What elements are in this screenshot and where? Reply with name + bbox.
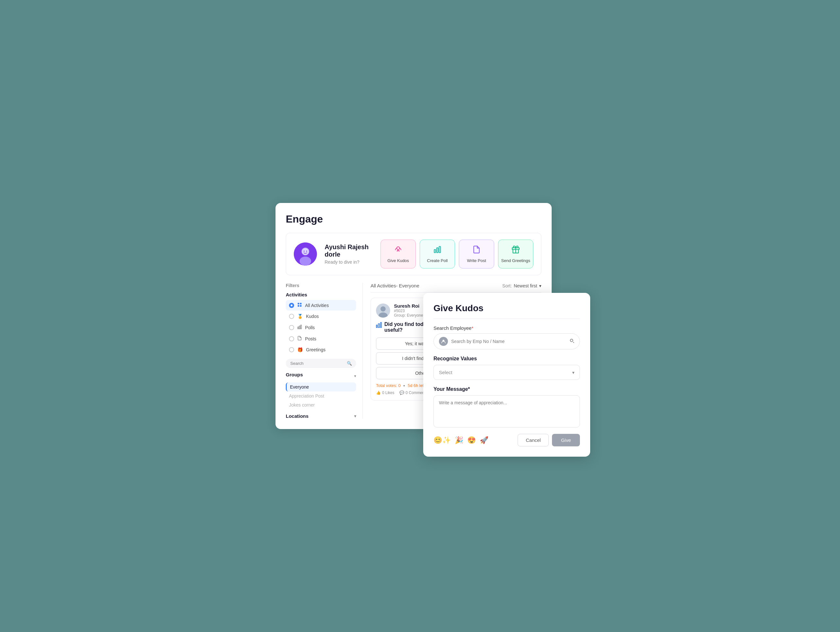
cancel-button[interactable]: Cancel bbox=[518, 434, 549, 446]
avatar bbox=[294, 242, 317, 265]
modal-title: Give Kudos bbox=[434, 303, 580, 319]
modal-footer: 😊✨ 🎉 😍 🚀 Cancel Give bbox=[434, 434, 580, 446]
group-everyone-label: Everyone bbox=[290, 384, 309, 390]
radio-posts bbox=[289, 336, 294, 341]
greetings-label: Greetings bbox=[306, 347, 325, 352]
create-poll-button[interactable]: Create Poll bbox=[420, 240, 455, 269]
message-label: Your Message* bbox=[434, 386, 580, 392]
emoji-party-button[interactable]: 🎉 bbox=[455, 436, 463, 444]
give-button[interactable]: Give bbox=[552, 434, 580, 446]
person-icon bbox=[439, 337, 448, 346]
sidebar-item-kudos[interactable]: 🏅 Kudos bbox=[286, 311, 356, 321]
svg-rect-13 bbox=[300, 305, 302, 307]
kudos-btn-label: Give Kudos bbox=[387, 258, 409, 263]
emoji-heart-button[interactable]: 😍 bbox=[467, 436, 476, 444]
user-name: Ayushi Rajesh dorle bbox=[325, 243, 373, 258]
write-post-button[interactable]: Write Post bbox=[459, 240, 494, 269]
page-title: Engage bbox=[286, 213, 542, 225]
filters-title: Filters bbox=[286, 283, 356, 288]
like-icon: 👍 bbox=[376, 390, 381, 395]
author-id: #5023 bbox=[394, 309, 423, 313]
locations-chevron-icon: ▾ bbox=[354, 414, 356, 419]
poll-btn-label: Create Poll bbox=[427, 258, 448, 263]
group-jokes[interactable]: Jokes corner bbox=[286, 400, 356, 409]
svg-rect-8 bbox=[437, 248, 438, 253]
likes-button[interactable]: 👍 0 Likes bbox=[376, 390, 394, 395]
search-employee-label: Search Employee* bbox=[434, 325, 580, 331]
user-info: Ayushi Rajesh dorle Ready to dive in? bbox=[325, 243, 373, 265]
group-appreciation[interactable]: Appreciation Post bbox=[286, 392, 356, 400]
time-left: 5d 6h left bbox=[408, 383, 425, 388]
sort-control[interactable]: Sort: Newest first ▾ bbox=[502, 283, 542, 288]
activity-search-box[interactable]: 🔍 bbox=[286, 359, 356, 368]
total-votes: Total votes: 0 bbox=[376, 383, 401, 388]
user-banner: Ayushi Rajesh dorle Ready to dive in? Gi… bbox=[286, 233, 542, 275]
sidebar-item-greetings[interactable]: 🎁 Greetings bbox=[286, 344, 356, 355]
activity-search-input[interactable] bbox=[290, 361, 344, 366]
svg-rect-16 bbox=[300, 325, 302, 329]
sidebar-item-polls[interactable]: Polls bbox=[286, 322, 356, 333]
avatar-image bbox=[294, 242, 317, 265]
employee-search-input[interactable] bbox=[451, 339, 566, 344]
emoji-smile-button[interactable]: 😊✨ bbox=[434, 436, 451, 444]
radio-greetings bbox=[289, 347, 294, 352]
author-info: Suresh Roi #5023 Group: Everyone bbox=[394, 303, 423, 318]
polls-activity-icon bbox=[297, 325, 302, 330]
kudos-modal: Give Kudos Search Employee* Recognize Va… bbox=[423, 293, 590, 457]
poll-question-icon bbox=[376, 322, 382, 329]
locations-title: Locations bbox=[286, 413, 309, 419]
recognize-values-dropdown[interactable]: Select ▾ bbox=[434, 365, 580, 380]
svg-point-5 bbox=[306, 251, 307, 252]
groups-section-header[interactable]: Groups ▾ bbox=[286, 372, 356, 380]
groups-title: Groups bbox=[286, 372, 303, 377]
employee-search-box[interactable] bbox=[434, 333, 580, 349]
likes-count: 0 Likes bbox=[382, 390, 394, 395]
dot-separator: ● bbox=[403, 384, 405, 387]
svg-rect-15 bbox=[299, 326, 300, 329]
sidebar-item-posts[interactable]: Posts bbox=[286, 333, 356, 344]
main-container: Engage Ayushi Ra bbox=[275, 203, 565, 429]
greetings-icon bbox=[512, 245, 520, 256]
select-placeholder: Select bbox=[439, 370, 452, 375]
recognize-values-label: Recognize Values bbox=[434, 356, 580, 362]
all-activities-label: All Activities bbox=[305, 303, 329, 308]
groups-chevron-icon: ▾ bbox=[354, 374, 356, 378]
required-star: * bbox=[471, 325, 473, 331]
sort-chevron-icon: ▾ bbox=[539, 283, 542, 288]
emoji-rocket-button[interactable]: 🚀 bbox=[480, 436, 488, 444]
post-btn-label: Write Post bbox=[467, 258, 486, 263]
svg-rect-20 bbox=[376, 325, 377, 327]
dropdown-chevron-icon: ▾ bbox=[572, 370, 575, 375]
send-greetings-button[interactable]: Send Greetings bbox=[498, 240, 533, 269]
activities-section-title: Activities bbox=[286, 292, 356, 297]
give-kudos-button[interactable]: Give Kudos bbox=[381, 240, 416, 269]
all-activities-icon bbox=[297, 302, 302, 308]
svg-point-18 bbox=[381, 307, 386, 311]
poll-icon bbox=[433, 245, 442, 256]
radio-polls bbox=[289, 325, 294, 330]
svg-point-4 bbox=[304, 251, 305, 252]
feed-header: All Activities- Everyone Sort: Newest fi… bbox=[371, 283, 542, 292]
action-buttons: Give Kudos Create Poll bbox=[381, 240, 533, 269]
svg-point-24 bbox=[570, 339, 573, 342]
svg-rect-11 bbox=[300, 303, 302, 305]
svg-rect-21 bbox=[378, 324, 379, 327]
sidebar: Filters Activities All Activities 🏅 Kudo… bbox=[286, 283, 363, 419]
user-subtitle: Ready to dive in? bbox=[325, 259, 373, 265]
kudos-activity-icon: 🏅 bbox=[297, 314, 303, 319]
feed-title: All Activities- Everyone bbox=[371, 283, 419, 288]
group-jokes-label: Jokes corner bbox=[289, 402, 315, 408]
message-textarea[interactable] bbox=[434, 395, 580, 427]
kudos-label: Kudos bbox=[306, 314, 319, 319]
svg-rect-7 bbox=[434, 250, 436, 253]
sidebar-item-all-activities[interactable]: All Activities bbox=[286, 300, 356, 311]
group-appreciation-label: Appreciation Post bbox=[289, 393, 324, 398]
greetings-btn-label: Send Greetings bbox=[501, 258, 530, 263]
svg-point-2 bbox=[300, 257, 311, 265]
modal-actions: Cancel Give bbox=[518, 434, 580, 446]
author-name: Suresh Roi bbox=[394, 303, 423, 309]
radio-kudos bbox=[289, 314, 294, 319]
locations-section-header[interactable]: Locations ▾ bbox=[286, 413, 356, 419]
group-everyone[interactable]: Everyone bbox=[286, 382, 356, 392]
employee-search-icon[interactable] bbox=[569, 338, 575, 344]
